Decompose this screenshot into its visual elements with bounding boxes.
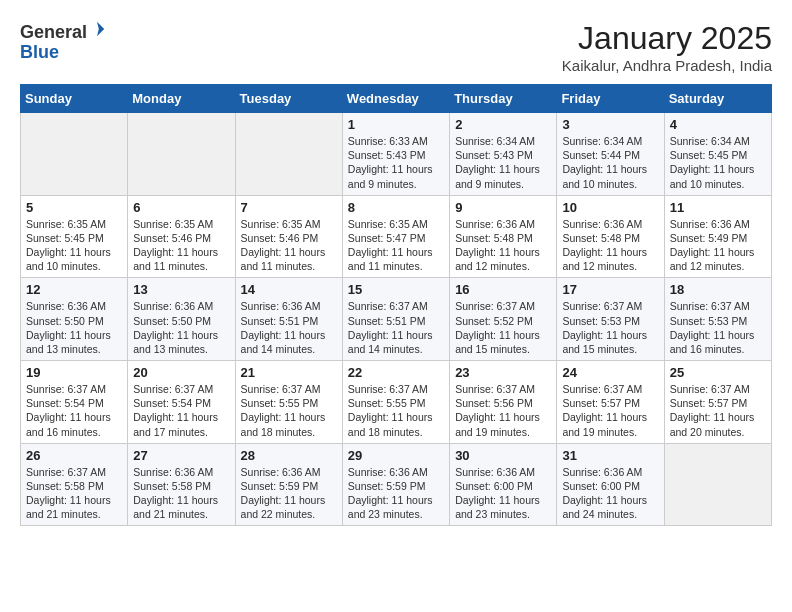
- weekday-header-sunday: Sunday: [21, 85, 128, 113]
- calendar-cell: [664, 443, 771, 526]
- day-info: Sunrise: 6:37 AM Sunset: 5:53 PM Dayligh…: [670, 299, 766, 356]
- calendar-cell: 12Sunrise: 6:36 AM Sunset: 5:50 PM Dayli…: [21, 278, 128, 361]
- day-info: Sunrise: 6:37 AM Sunset: 5:51 PM Dayligh…: [348, 299, 444, 356]
- calendar-cell: 30Sunrise: 6:36 AM Sunset: 6:00 PM Dayli…: [450, 443, 557, 526]
- month-title: January 2025: [562, 20, 772, 57]
- day-info: Sunrise: 6:37 AM Sunset: 5:56 PM Dayligh…: [455, 382, 551, 439]
- day-number: 21: [241, 365, 337, 380]
- calendar-cell: 11Sunrise: 6:36 AM Sunset: 5:49 PM Dayli…: [664, 195, 771, 278]
- day-number: 5: [26, 200, 122, 215]
- day-number: 24: [562, 365, 658, 380]
- calendar-cell: 21Sunrise: 6:37 AM Sunset: 5:55 PM Dayli…: [235, 361, 342, 444]
- logo-icon: [88, 20, 106, 38]
- day-number: 16: [455, 282, 551, 297]
- calendar-cell: 29Sunrise: 6:36 AM Sunset: 5:59 PM Dayli…: [342, 443, 449, 526]
- day-number: 20: [133, 365, 229, 380]
- calendar-body: 1Sunrise: 6:33 AM Sunset: 5:43 PM Daylig…: [21, 113, 772, 526]
- day-info: Sunrise: 6:35 AM Sunset: 5:46 PM Dayligh…: [241, 217, 337, 274]
- day-number: 14: [241, 282, 337, 297]
- day-info: Sunrise: 6:36 AM Sunset: 6:00 PM Dayligh…: [455, 465, 551, 522]
- day-info: Sunrise: 6:36 AM Sunset: 5:59 PM Dayligh…: [241, 465, 337, 522]
- day-info: Sunrise: 6:36 AM Sunset: 5:59 PM Dayligh…: [348, 465, 444, 522]
- day-info: Sunrise: 6:37 AM Sunset: 5:57 PM Dayligh…: [562, 382, 658, 439]
- svg-marker-0: [97, 22, 104, 36]
- calendar-week-row: 19Sunrise: 6:37 AM Sunset: 5:54 PM Dayli…: [21, 361, 772, 444]
- day-info: Sunrise: 6:36 AM Sunset: 5:50 PM Dayligh…: [26, 299, 122, 356]
- logo-general: General: [20, 22, 87, 42]
- day-number: 12: [26, 282, 122, 297]
- calendar-cell: 22Sunrise: 6:37 AM Sunset: 5:55 PM Dayli…: [342, 361, 449, 444]
- day-info: Sunrise: 6:36 AM Sunset: 5:51 PM Dayligh…: [241, 299, 337, 356]
- calendar-cell: 5Sunrise: 6:35 AM Sunset: 5:45 PM Daylig…: [21, 195, 128, 278]
- location-subtitle: Kaikalur, Andhra Pradesh, India: [562, 57, 772, 74]
- day-number: 30: [455, 448, 551, 463]
- calendar-cell: [128, 113, 235, 196]
- day-number: 19: [26, 365, 122, 380]
- day-number: 23: [455, 365, 551, 380]
- calendar-cell: 9Sunrise: 6:36 AM Sunset: 5:48 PM Daylig…: [450, 195, 557, 278]
- calendar-cell: 18Sunrise: 6:37 AM Sunset: 5:53 PM Dayli…: [664, 278, 771, 361]
- logo-text: General Blue: [20, 20, 106, 63]
- page-header: General Blue January 2025 Kaikalur, Andh…: [20, 20, 772, 74]
- calendar-cell: 1Sunrise: 6:33 AM Sunset: 5:43 PM Daylig…: [342, 113, 449, 196]
- calendar-cell: 19Sunrise: 6:37 AM Sunset: 5:54 PM Dayli…: [21, 361, 128, 444]
- day-number: 28: [241, 448, 337, 463]
- day-number: 17: [562, 282, 658, 297]
- calendar-week-row: 1Sunrise: 6:33 AM Sunset: 5:43 PM Daylig…: [21, 113, 772, 196]
- day-info: Sunrise: 6:36 AM Sunset: 5:58 PM Dayligh…: [133, 465, 229, 522]
- calendar-cell: 16Sunrise: 6:37 AM Sunset: 5:52 PM Dayli…: [450, 278, 557, 361]
- day-info: Sunrise: 6:37 AM Sunset: 5:55 PM Dayligh…: [241, 382, 337, 439]
- calendar-cell: 2Sunrise: 6:34 AM Sunset: 5:43 PM Daylig…: [450, 113, 557, 196]
- calendar-cell: 14Sunrise: 6:36 AM Sunset: 5:51 PM Dayli…: [235, 278, 342, 361]
- calendar-cell: 8Sunrise: 6:35 AM Sunset: 5:47 PM Daylig…: [342, 195, 449, 278]
- calendar-cell: 3Sunrise: 6:34 AM Sunset: 5:44 PM Daylig…: [557, 113, 664, 196]
- day-info: Sunrise: 6:37 AM Sunset: 5:53 PM Dayligh…: [562, 299, 658, 356]
- calendar-week-row: 12Sunrise: 6:36 AM Sunset: 5:50 PM Dayli…: [21, 278, 772, 361]
- day-info: Sunrise: 6:34 AM Sunset: 5:44 PM Dayligh…: [562, 134, 658, 191]
- calendar-cell: 31Sunrise: 6:36 AM Sunset: 6:00 PM Dayli…: [557, 443, 664, 526]
- calendar-cell: 20Sunrise: 6:37 AM Sunset: 5:54 PM Dayli…: [128, 361, 235, 444]
- day-number: 9: [455, 200, 551, 215]
- day-number: 2: [455, 117, 551, 132]
- day-info: Sunrise: 6:37 AM Sunset: 5:52 PM Dayligh…: [455, 299, 551, 356]
- logo: General Blue: [20, 20, 106, 63]
- calendar-cell: 25Sunrise: 6:37 AM Sunset: 5:57 PM Dayli…: [664, 361, 771, 444]
- calendar-cell: 28Sunrise: 6:36 AM Sunset: 5:59 PM Dayli…: [235, 443, 342, 526]
- day-info: Sunrise: 6:35 AM Sunset: 5:46 PM Dayligh…: [133, 217, 229, 274]
- weekday-header-saturday: Saturday: [664, 85, 771, 113]
- calendar-cell: 7Sunrise: 6:35 AM Sunset: 5:46 PM Daylig…: [235, 195, 342, 278]
- calendar-cell: 4Sunrise: 6:34 AM Sunset: 5:45 PM Daylig…: [664, 113, 771, 196]
- day-info: Sunrise: 6:37 AM Sunset: 5:54 PM Dayligh…: [133, 382, 229, 439]
- calendar-cell: 15Sunrise: 6:37 AM Sunset: 5:51 PM Dayli…: [342, 278, 449, 361]
- day-number: 26: [26, 448, 122, 463]
- day-info: Sunrise: 6:35 AM Sunset: 5:47 PM Dayligh…: [348, 217, 444, 274]
- weekday-header-monday: Monday: [128, 85, 235, 113]
- calendar-cell: 24Sunrise: 6:37 AM Sunset: 5:57 PM Dayli…: [557, 361, 664, 444]
- calendar-cell: [235, 113, 342, 196]
- day-number: 22: [348, 365, 444, 380]
- day-number: 1: [348, 117, 444, 132]
- day-info: Sunrise: 6:34 AM Sunset: 5:45 PM Dayligh…: [670, 134, 766, 191]
- calendar-cell: 10Sunrise: 6:36 AM Sunset: 5:48 PM Dayli…: [557, 195, 664, 278]
- calendar-cell: 17Sunrise: 6:37 AM Sunset: 5:53 PM Dayli…: [557, 278, 664, 361]
- title-area: January 2025 Kaikalur, Andhra Pradesh, I…: [562, 20, 772, 74]
- day-number: 29: [348, 448, 444, 463]
- weekday-header-friday: Friday: [557, 85, 664, 113]
- calendar-cell: [21, 113, 128, 196]
- day-number: 13: [133, 282, 229, 297]
- day-number: 11: [670, 200, 766, 215]
- calendar-cell: 27Sunrise: 6:36 AM Sunset: 5:58 PM Dayli…: [128, 443, 235, 526]
- day-number: 10: [562, 200, 658, 215]
- day-number: 31: [562, 448, 658, 463]
- weekday-header-wednesday: Wednesday: [342, 85, 449, 113]
- calendar-cell: 23Sunrise: 6:37 AM Sunset: 5:56 PM Dayli…: [450, 361, 557, 444]
- day-number: 18: [670, 282, 766, 297]
- calendar-cell: 13Sunrise: 6:36 AM Sunset: 5:50 PM Dayli…: [128, 278, 235, 361]
- day-number: 8: [348, 200, 444, 215]
- weekday-header-tuesday: Tuesday: [235, 85, 342, 113]
- day-info: Sunrise: 6:37 AM Sunset: 5:54 PM Dayligh…: [26, 382, 122, 439]
- day-number: 15: [348, 282, 444, 297]
- day-info: Sunrise: 6:35 AM Sunset: 5:45 PM Dayligh…: [26, 217, 122, 274]
- day-number: 7: [241, 200, 337, 215]
- day-info: Sunrise: 6:36 AM Sunset: 5:48 PM Dayligh…: [455, 217, 551, 274]
